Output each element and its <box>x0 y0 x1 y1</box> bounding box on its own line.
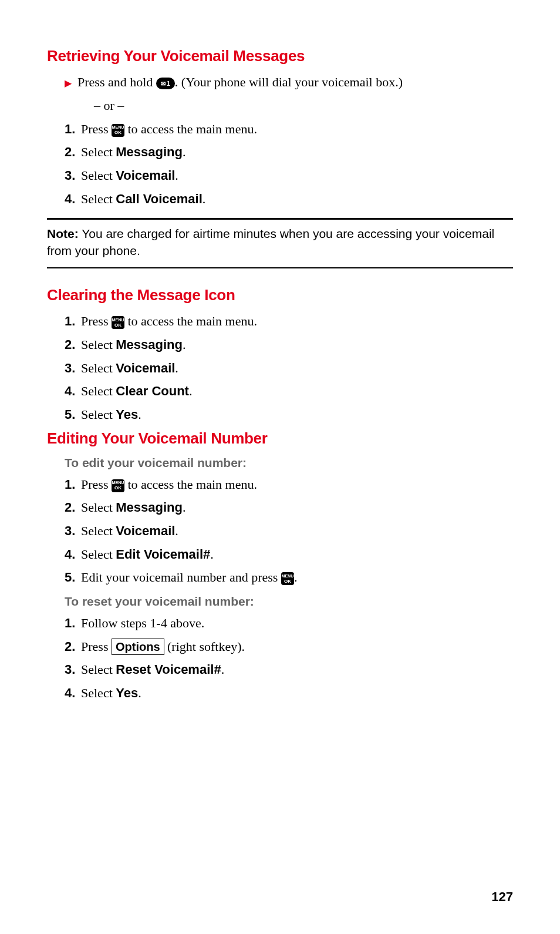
heading-retrieving-voicemail: Retrieving Your Voicemail Messages <box>47 47 513 65</box>
note-label: Note: <box>47 227 79 240</box>
step-item: 4. Select Edit Voicemail#. <box>65 546 513 563</box>
step-list-edit: 1. Press MENUOK to access the main menu.… <box>65 476 513 586</box>
menu-ok-key-icon: MENUOK <box>112 124 124 137</box>
step-item: 1. Press MENUOK to access the main menu. <box>65 120 513 138</box>
step-list-retrieving: 1. Press MENUOK to access the main menu.… <box>65 120 513 208</box>
menu-ok-key-icon: MENUOK <box>112 316 124 329</box>
step-item: 5. Select Yes. <box>65 406 513 424</box>
note-box: Note: You are charged for airtime minute… <box>47 218 513 268</box>
page-number: 127 <box>491 889 513 905</box>
step-item: 4. Select Yes. <box>65 684 513 702</box>
step-item: 4. Select Clear Count. <box>65 382 513 400</box>
step-item: 3. Select Voicemail. <box>65 167 513 184</box>
step-item: 1. Press MENUOK to access the main menu. <box>65 476 513 493</box>
note-text: You are charged for airtime minutes when… <box>47 227 494 257</box>
step-item: 4. Select Call Voicemail. <box>65 190 513 208</box>
or-separator: – or – <box>94 98 513 113</box>
heading-editing-voicemail-number: Editing Your Voicemail Number <box>47 429 513 448</box>
step-item: 2. Select Messaging. <box>65 499 513 516</box>
step-item: 2. Select Messaging. <box>65 336 513 354</box>
menu-ok-key-icon: MENUOK <box>112 479 124 492</box>
bullet-marker-icon: ▶ <box>65 77 72 90</box>
step-list-clearing: 1. Press MENUOK to access the main menu.… <box>65 313 513 423</box>
heading-clearing-message-icon: Clearing the Message Icon <box>47 286 513 304</box>
step-list-reset: 1. Follow steps 1-4 above. 2. Press Opti… <box>65 614 513 702</box>
key-1-icon: 1 <box>156 78 175 89</box>
bullet-text: Press and hold 1. (Your phone will dial … <box>77 73 513 91</box>
step-item: 5. Edit your voicemail number and press … <box>65 569 513 586</box>
step-item: 2. Press Options (right softkey). <box>65 638 513 656</box>
menu-ok-key-icon: MENUOK <box>281 572 294 585</box>
manual-page: Retrieving Your Voicemail Messages ▶ Pre… <box>0 0 560 934</box>
options-softkey: Options <box>112 639 164 655</box>
step-item: 1. Press MENUOK to access the main menu. <box>65 313 513 330</box>
step-item: 2. Select Messaging. <box>65 143 513 161</box>
step-item: 3. Select Voicemail. <box>65 360 513 377</box>
subheading-edit-number: To edit your voicemail number: <box>65 456 513 470</box>
step-item: 1. Follow steps 1-4 above. <box>65 614 513 632</box>
bullet-item: ▶ Press and hold 1. (Your phone will dia… <box>65 73 513 113</box>
step-item: 3. Select Reset Voicemail#. <box>65 661 513 678</box>
step-item: 3. Select Voicemail. <box>65 522 513 540</box>
subheading-reset-number: To reset your voicemail number: <box>65 594 513 609</box>
